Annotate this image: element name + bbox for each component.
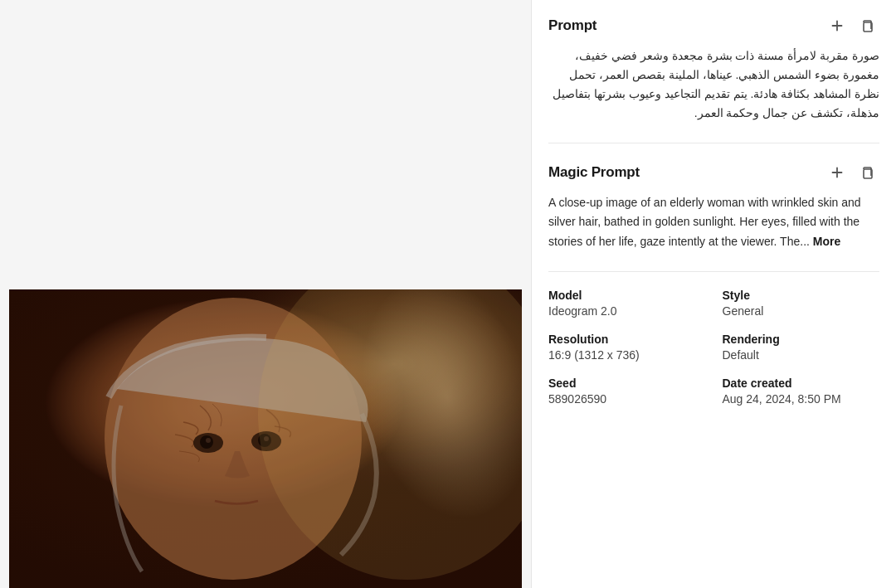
right-panel: Prompt صورة مقربة لامرأة مسنة ذات بشرة م… bbox=[531, 0, 896, 588]
rendering-item: Rendering Default bbox=[723, 333, 880, 362]
style-label: Style bbox=[723, 289, 880, 302]
magic-prompt-header: Magic Prompt bbox=[548, 160, 879, 185]
more-link[interactable]: More bbox=[813, 235, 840, 248]
prompt-title: Prompt bbox=[548, 17, 597, 34]
divider-2 bbox=[548, 271, 879, 272]
resolution-label: Resolution bbox=[548, 333, 706, 346]
rendering-label: Rendering bbox=[723, 333, 880, 346]
prompt-header: Prompt bbox=[548, 13, 879, 38]
svg-rect-11 bbox=[9, 289, 522, 588]
date-item: Date created Aug 24, 2024, 8:50 PM bbox=[723, 377, 880, 406]
seed-item: Seed 589026590 bbox=[548, 377, 706, 406]
model-value: Ideogram 2.0 bbox=[548, 304, 706, 318]
date-value: Aug 24, 2024, 8:50 PM bbox=[723, 392, 880, 406]
model-item: Model Ideogram 2.0 bbox=[548, 289, 706, 318]
magic-prompt-section: Magic Prompt A close-up image of an elde… bbox=[548, 160, 879, 250]
style-value: General bbox=[723, 304, 880, 318]
plus-icon bbox=[830, 18, 845, 33]
magic-prompt-title: Magic Prompt bbox=[548, 164, 640, 181]
left-panel bbox=[0, 0, 531, 588]
prompt-copy-button[interactable] bbox=[855, 13, 879, 38]
rendering-value: Default bbox=[723, 348, 880, 362]
magic-prompt-copy-button[interactable] bbox=[855, 160, 879, 185]
prompt-actions bbox=[825, 13, 879, 38]
divider-1 bbox=[548, 143, 879, 143]
generated-image bbox=[9, 289, 522, 588]
copy-icon bbox=[859, 165, 874, 180]
resolution-item: Resolution 16:9 (1312 x 736) bbox=[548, 333, 706, 362]
date-label: Date created bbox=[723, 377, 880, 390]
image-container bbox=[9, 289, 522, 588]
seed-label: Seed bbox=[548, 377, 706, 390]
metadata-grid: Model Ideogram 2.0 Style General Resolut… bbox=[548, 289, 879, 406]
seed-value: 589026590 bbox=[548, 392, 706, 406]
model-label: Model bbox=[548, 289, 706, 302]
prompt-section: Prompt صورة مقربة لامرأة مسنة ذات بشرة م… bbox=[548, 13, 879, 123]
plus-icon bbox=[830, 165, 845, 180]
magic-prompt-actions bbox=[825, 160, 879, 185]
magic-prompt-text: A close-up image of an elderly woman wit… bbox=[548, 193, 879, 250]
prompt-text: صورة مقربة لامرأة مسنة ذات بشرة مجعدة وش… bbox=[548, 46, 879, 123]
style-item: Style General bbox=[723, 289, 880, 318]
prompt-add-button[interactable] bbox=[825, 13, 850, 38]
resolution-value: 16:9 (1312 x 736) bbox=[548, 348, 706, 362]
copy-icon bbox=[859, 18, 874, 33]
magic-prompt-add-button[interactable] bbox=[825, 160, 850, 185]
